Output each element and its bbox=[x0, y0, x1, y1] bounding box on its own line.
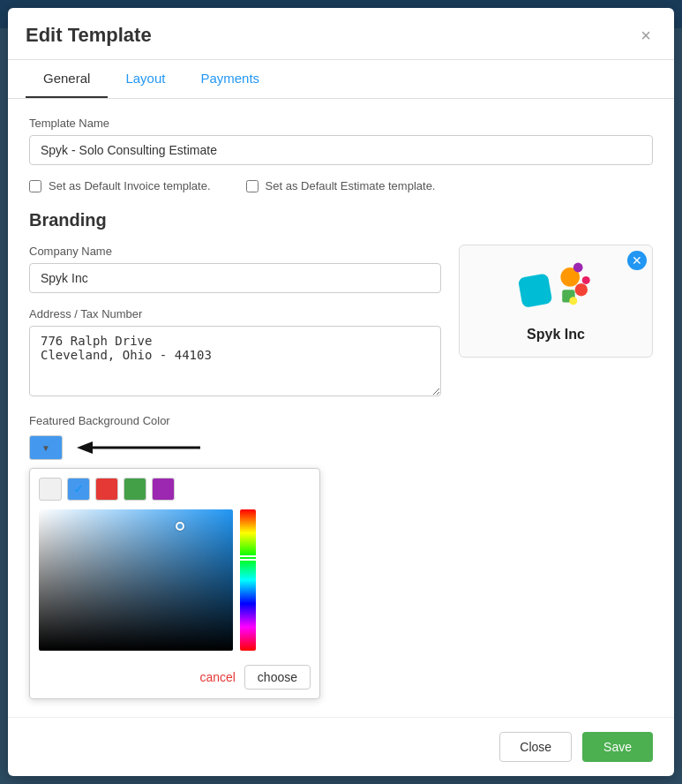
close-button[interactable]: Close bbox=[499, 732, 572, 762]
color-swatch-button[interactable]: ▼ bbox=[29, 435, 63, 460]
bg-color-label: Featured Background Color bbox=[29, 414, 441, 427]
logo-container: ✕ bbox=[459, 245, 653, 358]
save-button[interactable]: Save bbox=[582, 732, 653, 762]
default-invoice-checkbox-label[interactable]: Set as Default Invoice template. bbox=[29, 179, 211, 192]
template-name-input[interactable] bbox=[29, 135, 653, 165]
spectrum-indicator bbox=[238, 555, 258, 561]
default-estimate-checkbox-label[interactable]: Set as Default Estimate template. bbox=[246, 179, 436, 192]
color-picker-actions: cancel choose bbox=[39, 660, 311, 690]
tab-general[interactable]: General bbox=[26, 60, 108, 98]
branding-left: Company Name Address / Tax Number 776 Ra… bbox=[29, 245, 441, 699]
color-spectrum-bar[interactable] bbox=[240, 509, 256, 651]
color-picker-popup: ✓ bbox=[29, 468, 320, 699]
template-name-label: Template Name bbox=[29, 117, 653, 130]
modal-overlay: Edit Template × General Layout Payments … bbox=[0, 0, 682, 784]
color-dropdown-arrow-icon: ▼ bbox=[41, 443, 50, 453]
color-picker-dot[interactable] bbox=[176, 522, 184, 531]
close-circle-icon: ✕ bbox=[632, 254, 642, 267]
template-name-group: Template Name bbox=[29, 117, 653, 165]
color-picker-row: ▼ bbox=[29, 434, 441, 461]
tab-payments[interactable]: Payments bbox=[183, 60, 277, 98]
preset-color-blue[interactable]: ✓ bbox=[67, 478, 90, 501]
color-choose-button[interactable]: choose bbox=[244, 665, 311, 690]
modal-footer: Close Save bbox=[8, 717, 674, 776]
branding-section-title: Branding bbox=[29, 210, 653, 230]
preset-check-icon: ✓ bbox=[73, 482, 84, 496]
logo-svg bbox=[516, 260, 596, 321]
preset-color-red[interactable] bbox=[95, 478, 118, 501]
color-gradient-box[interactable] bbox=[39, 509, 233, 651]
svg-rect-2 bbox=[518, 273, 553, 308]
preset-color-green[interactable] bbox=[124, 478, 146, 501]
modal-header: Edit Template × bbox=[8, 8, 674, 60]
logo-clear-button[interactable]: ✕ bbox=[627, 251, 647, 270]
default-estimate-checkbox[interactable] bbox=[246, 180, 259, 192]
svg-marker-1 bbox=[77, 441, 93, 454]
svg-point-8 bbox=[569, 297, 577, 305]
modal-close-button[interactable]: × bbox=[635, 25, 656, 46]
preset-colors-row: ✓ bbox=[39, 478, 311, 501]
svg-point-6 bbox=[573, 263, 583, 273]
default-invoice-checkbox[interactable] bbox=[29, 180, 41, 192]
logo-company-name: Spyk Inc bbox=[527, 327, 585, 343]
arrow-annotation bbox=[77, 434, 218, 461]
logo-image-area: Spyk Inc bbox=[474, 260, 638, 343]
svg-point-4 bbox=[575, 283, 588, 296]
company-name-input[interactable] bbox=[29, 263, 441, 293]
preset-color-white[interactable] bbox=[39, 478, 62, 501]
company-name-label: Company Name bbox=[29, 245, 441, 258]
color-section: Featured Background Color ▼ bbox=[29, 414, 441, 699]
edit-template-modal: Edit Template × General Layout Payments … bbox=[8, 8, 674, 776]
company-name-group: Company Name bbox=[29, 245, 441, 293]
branding-grid: Company Name Address / Tax Number 776 Ra… bbox=[29, 245, 653, 699]
address-textarea[interactable]: 776 Ralph Drive Cleveland, Ohio - 44103 bbox=[29, 326, 441, 396]
color-cancel-button[interactable]: cancel bbox=[199, 665, 235, 690]
color-picker-main bbox=[39, 509, 311, 651]
address-label: Address / Tax Number bbox=[29, 307, 441, 320]
modal-title: Edit Template bbox=[26, 24, 152, 47]
modal-body: Template Name Set as Default Invoice tem… bbox=[8, 99, 674, 717]
address-group: Address / Tax Number 776 Ralph Drive Cle… bbox=[29, 307, 441, 400]
tab-layout[interactable]: Layout bbox=[108, 60, 183, 98]
gradient-background bbox=[39, 509, 233, 651]
svg-point-7 bbox=[582, 276, 590, 284]
gradient-dark-overlay bbox=[39, 509, 233, 651]
tabs-container: General Layout Payments bbox=[8, 60, 674, 99]
preset-color-purple[interactable] bbox=[152, 478, 175, 501]
checkboxes-row: Set as Default Invoice template. Set as … bbox=[29, 179, 653, 192]
